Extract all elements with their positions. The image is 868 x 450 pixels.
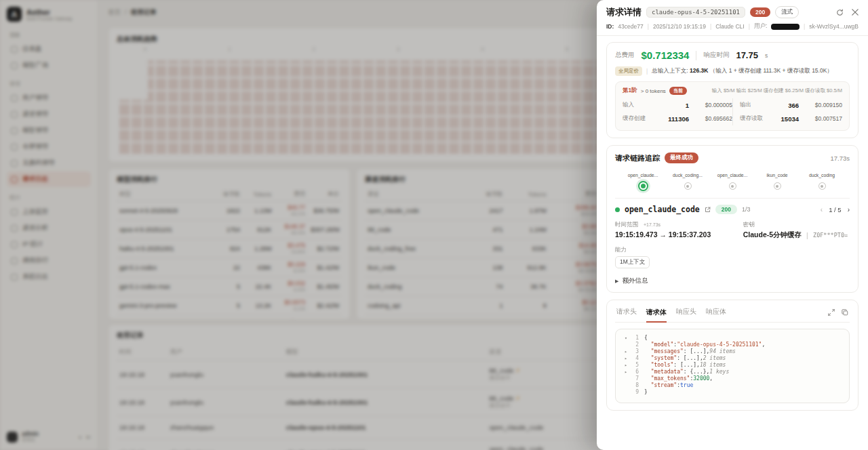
request-meta-line: ID: 43cede77 | 2025/12/10 19:15:19 | Cla… (606, 22, 859, 30)
tab-inactive[interactable]: 响应头 (676, 307, 696, 318)
code-line: ▸4 "system": [...], 2 items (623, 355, 842, 362)
tab-inactive[interactable]: 响应体 (706, 307, 726, 318)
total-cost-label: 总费用 (615, 51, 635, 60)
fold-caret-icon[interactable]: ▾ (623, 335, 629, 342)
hop-status-badge: 200 (715, 205, 737, 214)
copy-icon[interactable] (842, 309, 848, 316)
pricing-cell: 缓存读取15034$0.007517 (732, 112, 842, 125)
trace-node-dot[interactable] (729, 182, 736, 190)
fold-caret-icon[interactable]: ▸ (623, 362, 629, 369)
client-label: Claude CLI (715, 23, 745, 30)
extra-info-toggle[interactable]: ▶ 额外信息 (615, 277, 850, 285)
masked-key: Z0F***PT0= (813, 232, 848, 239)
trace-status-badge: 最终成功 (665, 152, 698, 163)
trace-node-dot[interactable] (818, 182, 826, 190)
trace-node-dot[interactable] (684, 182, 692, 190)
model-tag: claude-opus-4-5-20251101 (646, 7, 745, 18)
success-dot (615, 207, 620, 212)
code-line: 2 "model": "claude-opus-4-5-20251101", (623, 342, 842, 348)
json-viewer[interactable]: ▾1{2 "model": "claude-opus-4-5-20251101"… (615, 329, 850, 403)
response-time-value: 17.75 (736, 50, 758, 60)
pricing-cell: 缓存创建111306$0.695662 (623, 112, 732, 125)
trace-node-selected-dot[interactable] (638, 181, 648, 191)
redacted-username (771, 24, 800, 30)
unit-prices: 输入 $5/M 输出 $25/M 缓存创建 $6.25/M 缓存读取 $0.5/… (712, 87, 842, 94)
trace-node[interactable]: duck_coding... (670, 173, 705, 191)
trace-node-dot[interactable] (774, 182, 781, 190)
code-line: 9} (623, 389, 842, 396)
trace-node[interactable]: open_claude... (715, 173, 750, 191)
code-line: ▾1{ (623, 335, 842, 342)
next-hop-button[interactable]: › (848, 206, 850, 213)
key-field: 密钥 Claude-5分钟缓存 | Z0F***PT0= (743, 221, 850, 240)
status-code-badge: 200 (750, 7, 770, 17)
tier-label: 第1阶 (623, 87, 637, 95)
fold-caret-icon (623, 389, 629, 396)
pricing-tier-box: 第1阶 > 0 tokens 当前 输入 $5/M 输出 $25/M 缓存创建 … (615, 81, 850, 131)
refresh-icon[interactable] (836, 9, 844, 16)
prev-hop-button[interactable]: ‹ (821, 206, 823, 213)
code-line: ▸5 "tools": [...], 18 items (623, 362, 842, 369)
external-link-icon[interactable] (705, 207, 711, 213)
request-detail-drawer: 请求详情 claude-opus-4-5-20251101 200 流式 ID:… (597, 0, 868, 450)
pricing-cell: 输入1$0.000005 (623, 98, 732, 112)
request-time: 2025/12/10 19:15:19 (653, 23, 706, 30)
current-tier-badge: 当前 (669, 87, 687, 95)
hop-page-indicator: 1 / 5 (829, 206, 842, 213)
fold-caret-icon[interactable]: ▸ (623, 355, 629, 362)
tab-active[interactable]: 请求体 (646, 308, 667, 323)
drawer-header: 请求详情 claude-opus-4-5-20251101 200 流式 ID:… (597, 0, 868, 36)
fold-caret-icon (623, 382, 629, 389)
total-cost-value: $0.712334 (642, 49, 690, 61)
drawer-title: 请求详情 (606, 6, 642, 18)
code-line: ▸3 "messages": [...], 94 items (623, 348, 842, 355)
close-icon[interactable] (852, 9, 859, 16)
expand-triangle-icon: ▶ (615, 279, 618, 284)
api-token[interactable]: sk-WvzlSy4...uwgB (809, 23, 859, 30)
request-id: 43cede77 (618, 23, 643, 30)
pricing-cell: 输出366$0.009150 (732, 98, 842, 112)
context-summary: 全局定价 | 总输入上下文: 126.3K （输入 1 + 缓存创建 111.3… (615, 66, 850, 76)
global-pricing-badge: 全局定价 (615, 66, 642, 76)
drawer-body: 总费用 $0.712334 响应时间 17.75 s 全局定价 | 总输入上下文… (597, 36, 868, 450)
trace-node[interactable]: ikun_code (760, 173, 795, 191)
code-line: ▸6 "metadata": {...}, 1 keys (623, 369, 842, 375)
hop-attempt: 1/3 (742, 206, 751, 213)
trace-card: 请求链路追踪 最终成功 17.73s open_claude...duck_co… (606, 145, 859, 293)
payload-card: 请求头请求体响应头响应体 ▾1{2 "model": "claude-opus-… (606, 300, 859, 411)
capability-field: 能力 1M上下文 (615, 246, 850, 268)
cost-card: 总费用 $0.712334 响应时间 17.75 s 全局定价 | 总输入上下文… (606, 42, 859, 138)
fold-caret-icon (623, 375, 629, 382)
response-time-label: 响应时间 (703, 51, 729, 60)
trace-duration: 17.73s (830, 155, 850, 162)
trace-title: 请求链路追踪 (615, 153, 660, 163)
key-name: Claude-5分钟缓存 (743, 230, 802, 240)
trace-node[interactable]: open_claude... (625, 173, 660, 191)
expand-icon[interactable] (828, 309, 835, 316)
hop-channel-name: open_claude_code (625, 205, 700, 214)
trace-node[interactable]: duck_coding (804, 173, 840, 191)
code-line: 8 "stream": true (623, 382, 842, 389)
capability-tag: 1M上下文 (615, 256, 650, 268)
fold-caret-icon[interactable]: ▸ (623, 369, 629, 375)
time-range-value: 19:15:19.473 → 19:15:37.203 (615, 230, 743, 239)
hop-summary-row: open_claude_code 200 1/3 ‹ 1 / 5 › (615, 198, 850, 214)
tab-inactive[interactable]: 请求头 (616, 307, 637, 318)
stream-badge: 流式 (775, 6, 799, 18)
fold-caret-icon[interactable]: ▸ (623, 348, 629, 355)
time-range-field: 时间范围+17.73s 19:15:19.473 → 19:15:37.203 (615, 221, 743, 240)
app-root: A Aether Multi-Provider Gateway 面板仪表盘模型广… (0, 0, 868, 450)
fold-caret-icon (623, 342, 629, 348)
code-line: 7 "max_tokens": 32000, (623, 375, 842, 382)
